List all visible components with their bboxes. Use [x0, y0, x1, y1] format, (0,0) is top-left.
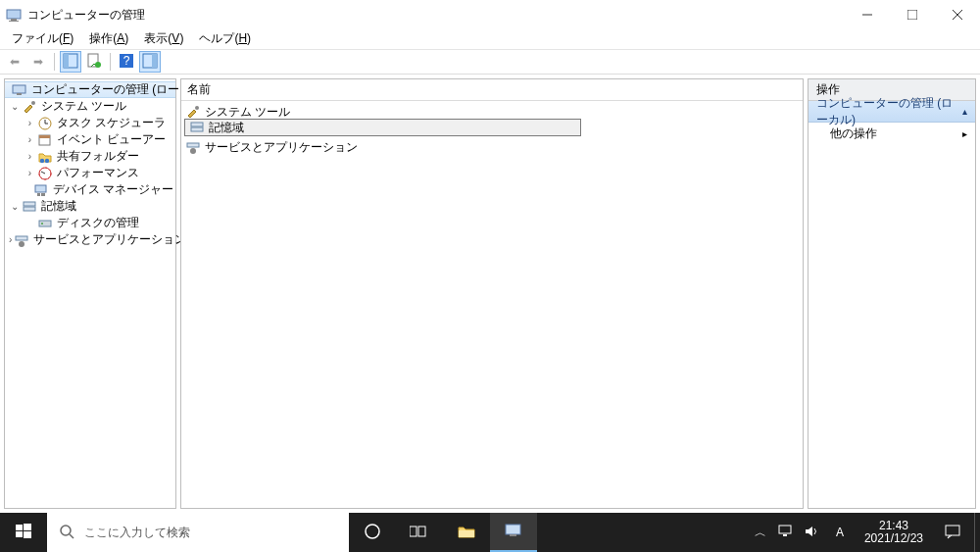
chevron-up-icon: ︿: [755, 525, 766, 541]
tree-root-node[interactable]: ▸ コンピューターの管理 (ローカル): [5, 81, 175, 98]
expander-icon[interactable]: ›: [24, 118, 35, 128]
taskbar: ここに入力して検索 ︿ A 21:43 2021/12/23: [0, 513, 980, 552]
svg-rect-56: [783, 534, 787, 536]
svg-rect-30: [41, 193, 45, 196]
performance-icon: [37, 166, 53, 181]
toolbar-separator: [54, 53, 55, 71]
maximize-button[interactable]: [890, 0, 935, 29]
list-item-label: システム ツール: [205, 104, 290, 121]
window-title: コンピューターの管理: [27, 7, 145, 24]
show-desktop-button[interactable]: [974, 513, 980, 552]
taskbar-clock[interactable]: 21:43 2021/12/23: [857, 513, 931, 552]
svg-point-36: [19, 241, 24, 247]
svg-rect-1: [11, 19, 17, 21]
svg-text:?: ?: [123, 54, 130, 68]
svg-point-41: [190, 148, 196, 154]
services-icon: [14, 232, 29, 248]
tree-label: デバイス マネージャー: [51, 181, 175, 198]
svg-rect-45: [24, 531, 31, 538]
svg-line-47: [70, 534, 74, 538]
svg-rect-33: [39, 221, 51, 226]
svg-point-17: [31, 101, 35, 105]
tree-node-event-viewer[interactable]: › イベント ビューアー: [5, 131, 175, 148]
expander-icon[interactable]: ⌄: [9, 201, 20, 212]
svg-rect-40: [187, 143, 199, 147]
help-button[interactable]: ?: [116, 51, 137, 73]
svg-point-24: [45, 158, 49, 162]
windows-icon: [16, 524, 31, 542]
list-item-label: 記憶域: [209, 120, 244, 136]
expander-icon[interactable]: ⌄: [9, 101, 20, 112]
svg-rect-55: [779, 526, 791, 533]
start-button[interactable]: [0, 513, 47, 552]
properties-button[interactable]: [83, 51, 105, 73]
tray-ime-button[interactable]: A: [827, 526, 853, 539]
actions-selection-label: コンピューターの管理 (ローカル): [816, 95, 962, 128]
tools-icon: [185, 104, 201, 120]
tree-label: 記憶域: [39, 198, 78, 215]
tree-node-performance[interactable]: › パフォーマンス: [5, 165, 175, 181]
svg-rect-57: [946, 526, 959, 535]
svg-rect-43: [24, 524, 31, 530]
tray-volume-button[interactable]: [802, 525, 821, 541]
cortana-button[interactable]: [349, 513, 396, 552]
task-view-button[interactable]: [396, 513, 443, 552]
menubar: ファイル(F) 操作(A) 表示(V) ヘルプ(H): [0, 29, 980, 49]
taskbar-file-explorer[interactable]: [443, 513, 490, 552]
collapse-icon: ▴: [962, 106, 967, 117]
menu-file[interactable]: ファイル(F): [4, 28, 81, 49]
menu-action[interactable]: 操作(A): [81, 28, 136, 49]
tree-node-shared-folders[interactable]: › 共有フォルダー: [5, 148, 175, 165]
list-item-services-apps[interactable]: サービスとアプリケーション: [181, 138, 803, 156]
back-button[interactable]: ⬅: [4, 51, 25, 73]
help-icon: ?: [119, 53, 134, 72]
taskbar-search-placeholder: ここに入力して検索: [84, 525, 190, 541]
svg-rect-49: [410, 527, 416, 536]
tree-node-storage[interactable]: ⌄ 記憶域: [5, 198, 175, 215]
svg-rect-2: [9, 21, 19, 22]
minimize-button[interactable]: [845, 0, 890, 29]
taskbar-computer-management[interactable]: [490, 513, 537, 552]
arrow-right-icon: ➡: [33, 55, 43, 69]
svg-rect-15: [13, 85, 25, 93]
menu-help[interactable]: ヘルプ(H): [191, 28, 259, 49]
taskbar-search[interactable]: ここに入力して検索: [47, 513, 349, 552]
taskview-icon: [410, 524, 429, 542]
forward-button[interactable]: ➡: [27, 51, 49, 73]
tree-node-disk-management[interactable]: › ディスクの管理: [5, 215, 175, 231]
svg-line-27: [41, 172, 45, 174]
svg-rect-16: [17, 93, 22, 95]
action-center-button[interactable]: [931, 513, 974, 552]
tree-label: タスク スケジューラ: [55, 115, 168, 131]
close-button[interactable]: [935, 0, 980, 29]
device-icon: [33, 182, 49, 198]
show-actions-button[interactable]: [139, 51, 161, 73]
arrow-left-icon: ⬅: [10, 55, 20, 69]
properties-icon: [86, 53, 102, 72]
expander-icon[interactable]: ›: [24, 134, 35, 145]
tree-label: ディスクの管理: [55, 215, 141, 231]
svg-rect-0: [7, 10, 21, 19]
tray-overflow-button[interactable]: ︿: [751, 525, 770, 541]
actions-pane: 操作 コンピューターの管理 (ローカル) ▴ 他の操作 ▸: [808, 78, 976, 509]
tree-node-device-manager[interactable]: › デバイス マネージャー: [5, 181, 175, 198]
actions-selection-header[interactable]: コンピューターの管理 (ローカル) ▴: [808, 101, 975, 123]
expander-icon[interactable]: ›: [24, 151, 35, 162]
tree-node-services-apps[interactable]: › サービスとアプリケーション: [5, 231, 175, 248]
window-titlebar: コンピューターの管理: [0, 0, 980, 29]
app-icon: [6, 7, 22, 23]
list-item-storage[interactable]: 記憶域: [184, 119, 581, 136]
tree-node-system-tools[interactable]: ⌄ システム ツール: [5, 98, 175, 115]
tree-node-task-scheduler[interactable]: › タスク スケジューラ: [5, 115, 175, 131]
expander-icon[interactable]: ›: [24, 168, 35, 178]
tree-label: システム ツール: [39, 98, 128, 115]
tree-pane: ▸ コンピューターの管理 (ローカル) ⌄ システム ツール › タスク スケジ…: [4, 78, 176, 509]
list-column-header[interactable]: 名前: [181, 79, 803, 101]
svg-rect-42: [16, 525, 23, 530]
disk-icon: [37, 216, 53, 231]
menu-view[interactable]: 表示(V): [136, 28, 191, 49]
show-tree-button[interactable]: [60, 51, 81, 73]
tray-network-button[interactable]: [776, 525, 796, 541]
toolbar-separator: [110, 53, 111, 71]
expander-icon[interactable]: ›: [9, 234, 12, 245]
